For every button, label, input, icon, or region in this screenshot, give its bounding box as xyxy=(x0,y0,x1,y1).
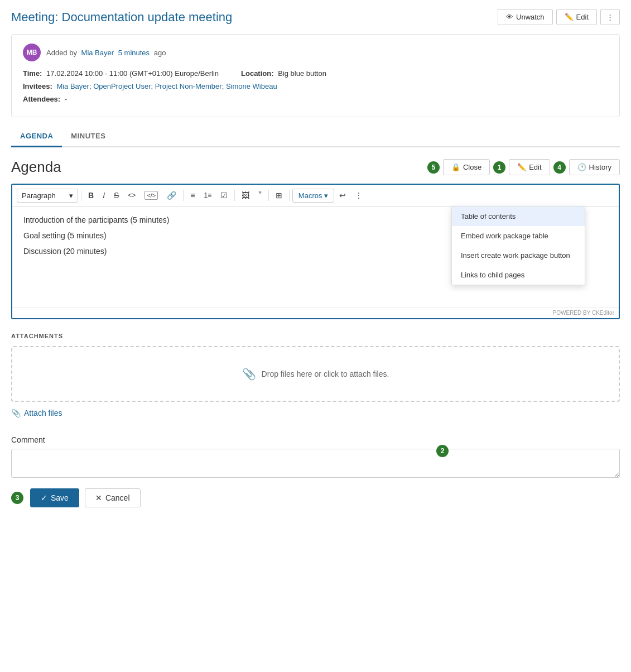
unwatch-button[interactable]: 👁 Unwatch xyxy=(498,9,553,25)
italic-button[interactable]: I xyxy=(99,189,109,202)
macros-label: Macros xyxy=(298,191,322,200)
bold-icon: B xyxy=(88,191,94,200)
badge-1: 1 xyxy=(493,161,505,174)
more-icon: ⋮ xyxy=(606,13,614,21)
link-button[interactable]: 🔗 xyxy=(163,189,180,202)
time-field: Time: 17.02.2024 10:00 - 11:00 (GMT+01:0… xyxy=(23,69,219,78)
save-label: Save xyxy=(51,493,69,502)
bottom-actions: 3 ✓ Save ✕ Cancel xyxy=(11,488,620,507)
separator-2 xyxy=(183,190,184,201)
macros-item-embed[interactable]: Embed work package table xyxy=(452,226,585,246)
comment-label: Comment xyxy=(11,435,620,444)
badge-2: 2 xyxy=(436,445,449,457)
separator-5 xyxy=(289,190,290,201)
chevron-down-icon: ▾ xyxy=(69,191,73,200)
table-button[interactable]: ⊞ xyxy=(272,189,286,202)
page-header: Meeting: Documentation update meeting 👁 … xyxy=(11,9,620,25)
todo-list-button[interactable]: ☑ xyxy=(216,189,232,202)
header-actions: 👁 Unwatch ✏️ Edit ⋮ xyxy=(498,9,620,25)
quote-button[interactable]: " xyxy=(254,188,266,203)
numbered-list-icon: 1≡ xyxy=(204,191,211,199)
save-button[interactable]: ✓ Save xyxy=(30,488,79,507)
history-icon: 🕐 xyxy=(577,163,586,171)
separator-1 xyxy=(81,190,81,201)
invitees-value: Mia Bayer; OpenProject User; Project Non… xyxy=(56,82,277,90)
info-card: MB Added by Mia Bayer 5 minutes ago Time… xyxy=(11,34,620,117)
image-icon: 🖼 xyxy=(242,191,249,200)
invitee-4[interactable]: Simone Wibeau xyxy=(226,82,277,90)
attendees-field: Attendees: - xyxy=(23,95,67,103)
undo-button[interactable]: ↩ xyxy=(335,189,350,202)
editor-container: Paragraph ▾ B I S <> </> 🔗 ≡ 1≡ ☑ 🖼 " ⊞ … xyxy=(11,184,620,319)
invitees-row: Invitees: Mia Bayer; OpenProject User; P… xyxy=(23,82,608,90)
code-button[interactable]: <> xyxy=(124,189,139,201)
macros-item-insert[interactable]: Insert create work package button xyxy=(452,246,585,265)
time-value: 17.02.2024 10:00 - 11:00 (GMT+01:00) Eur… xyxy=(46,69,219,78)
unwatch-label: Unwatch xyxy=(516,13,545,21)
ckeditor-footer: POWERED BY CKEditor xyxy=(12,307,619,318)
added-by-text: Added by Mia Bayer 5 minutes ago xyxy=(46,49,166,57)
tab-agenda[interactable]: AGENDA xyxy=(11,126,62,147)
inline-code-button[interactable]: </> xyxy=(141,189,162,202)
invitees-label: Invitees: xyxy=(23,82,52,90)
separator-3 xyxy=(234,190,235,201)
code-icon: <> xyxy=(128,191,136,199)
pencil-icon: ✏️ xyxy=(565,13,574,21)
numbered-list-button[interactable]: 1≡ xyxy=(200,189,215,201)
attendees-label: Attendees: xyxy=(23,95,60,103)
time-label: Time: xyxy=(23,69,42,78)
separator-4 xyxy=(268,190,269,201)
italic-icon: I xyxy=(103,191,105,200)
agenda-actions: 5 🔒 Close 1 ✏️ Edit 4 🕐 History xyxy=(427,159,620,175)
more-button[interactable]: ⋮ xyxy=(600,9,620,25)
time-ago-link[interactable]: 5 minutes xyxy=(118,49,150,57)
attendees-row: Attendees: - xyxy=(23,95,608,103)
close-agenda-button[interactable]: 🔒 Close xyxy=(443,159,490,175)
history-button[interactable]: 🕐 History xyxy=(569,159,620,175)
badge-3: 3 xyxy=(11,492,23,504)
strikethrough-icon: S xyxy=(114,191,119,200)
toolbar: Paragraph ▾ B I S <> </> 🔗 ≡ 1≡ ☑ 🖼 " ⊞ … xyxy=(12,185,619,207)
bold-button[interactable]: B xyxy=(84,189,98,202)
attach-files-label: Attach files xyxy=(24,409,62,417)
edit-pencil-icon: ✏️ xyxy=(517,163,526,171)
badge-4: 4 xyxy=(553,161,566,174)
macros-item-links[interactable]: Links to child pages xyxy=(452,265,585,285)
comment-input[interactable] xyxy=(11,449,620,478)
attachments-section: ATTACHMENTS 📎 Drop files here or click t… xyxy=(11,333,620,431)
avatar: MB xyxy=(23,44,41,61)
paperclip-icon: 📎 xyxy=(242,367,256,381)
tab-minutes[interactable]: MINUTES xyxy=(62,126,114,147)
cancel-label: Cancel xyxy=(105,493,130,502)
location-field: Location: Big blue button xyxy=(241,69,326,78)
badge-5: 5 xyxy=(427,161,440,174)
location-label: Location: xyxy=(241,69,274,78)
attach-files-link[interactable]: 📎 Attach files xyxy=(11,409,62,417)
more-options-icon: ⋮ xyxy=(355,191,363,200)
invitee-2[interactable]: OpenProject User xyxy=(93,82,151,90)
author-link[interactable]: Mia Bayer xyxy=(81,49,114,57)
macros-item-toc[interactable]: Table of contents xyxy=(452,207,585,226)
title-prefix: Meeting: xyxy=(11,10,58,24)
invitee-1[interactable]: Mia Bayer xyxy=(56,82,89,90)
strikethrough-button[interactable]: S xyxy=(110,189,123,202)
time-location-row: Time: 17.02.2024 10:00 - 11:00 (GMT+01:0… xyxy=(23,69,608,78)
macros-dropdown[interactable]: Macros ▾ xyxy=(292,189,335,203)
attachments-label: ATTACHMENTS xyxy=(11,333,620,339)
agenda-title: Agenda xyxy=(11,159,61,176)
paragraph-select[interactable]: Paragraph ▾ xyxy=(17,189,78,203)
bullet-list-button[interactable]: ≡ xyxy=(186,189,199,202)
edit-agenda-button[interactable]: ✏️ Edit xyxy=(509,159,550,175)
invitee-3[interactable]: Project Non-Member xyxy=(155,82,222,90)
quote-icon: " xyxy=(258,190,262,200)
more-options-button[interactable]: ⋮ xyxy=(351,189,367,202)
drop-zone[interactable]: 📎 Drop files here or click to attach fil… xyxy=(11,346,620,402)
inline-code-icon: </> xyxy=(144,191,158,200)
bullet-list-icon: ≡ xyxy=(190,191,195,200)
edit-button[interactable]: ✏️ Edit xyxy=(556,9,597,25)
attendees-value: - xyxy=(65,95,67,103)
image-button[interactable]: 🖼 xyxy=(238,189,253,202)
check-icon: ✓ xyxy=(41,493,47,502)
eye-icon: 👁 xyxy=(506,13,513,21)
cancel-button[interactable]: ✕ Cancel xyxy=(85,488,141,507)
